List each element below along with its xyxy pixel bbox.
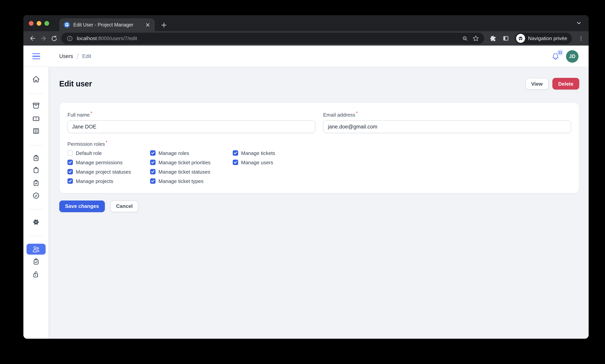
cancel-button[interactable]: Cancel (110, 200, 138, 212)
plus-icon (161, 22, 167, 28)
forward-button[interactable] (38, 33, 49, 44)
clipboard-icon (32, 166, 40, 174)
permission-roles-grid: Default role Manage permissions Manage p… (68, 150, 315, 184)
checkbox[interactable] (150, 150, 155, 156)
required-marker: * (356, 111, 358, 115)
minimize-window-button[interactable] (37, 21, 41, 26)
ticket-icon (32, 115, 40, 122)
side-panel-icon (502, 35, 509, 42)
checkbox-option[interactable]: Manage roles (150, 150, 233, 156)
sidebar-item-roles[interactable] (23, 258, 48, 265)
incognito-icon (516, 34, 525, 43)
sidebar-item-settings[interactable] (23, 218, 48, 226)
tab-search-button[interactable] (575, 19, 583, 27)
email-input[interactable] (323, 120, 571, 133)
bookmark-button[interactable] (472, 34, 480, 42)
sidebar-item-permissions[interactable] (23, 271, 48, 278)
form-actions: Save changes Cancel (59, 200, 579, 212)
sidebar-item-board[interactable] (23, 127, 48, 135)
full-name-input[interactable] (68, 120, 315, 133)
browser-tab[interactable]: Edit User - Project Manager (59, 18, 155, 31)
checkbox[interactable] (233, 150, 238, 156)
home-icon (32, 76, 40, 83)
reload-button[interactable] (49, 33, 60, 44)
kebab-menu-icon (578, 35, 584, 41)
new-tab-button[interactable] (159, 20, 168, 30)
incognito-label: Navigation privée (528, 35, 567, 41)
sidebar-item-project-statuses[interactable] (23, 154, 48, 162)
star-icon (472, 35, 479, 42)
tab-favicon-icon (64, 21, 70, 28)
incognito-badge: Navigation privée (515, 33, 572, 44)
checkbox[interactable] (233, 160, 238, 165)
close-window-button[interactable] (29, 21, 34, 26)
zoom-window-button[interactable] (44, 21, 49, 26)
checkbox-option[interactable]: Manage ticket statuses (150, 169, 233, 175)
page-title: Edit user (59, 79, 92, 88)
browser-window: Edit User - Project Manager (23, 15, 589, 339)
check-icon (234, 160, 237, 164)
delete-button[interactable]: Delete (552, 78, 579, 90)
page-info-icon[interactable] (66, 34, 74, 42)
check-icon (68, 179, 72, 183)
check-icon (151, 170, 155, 174)
checkbox[interactable] (68, 150, 73, 156)
browser-menu-button[interactable] (577, 34, 585, 42)
checkbox-option[interactable]: Manage users (233, 159, 315, 165)
check-icon (68, 170, 72, 174)
traffic-lights (29, 15, 49, 31)
sidebar-divider (28, 209, 44, 209)
save-changes-button[interactable]: Save changes (59, 200, 105, 212)
checkbox-option[interactable]: Manage ticket priorities (150, 159, 233, 165)
page-header: Edit user View Delete (59, 78, 579, 90)
checkbox-option[interactable]: Manage tickets (233, 150, 315, 156)
sidebar-item-archive[interactable] (23, 102, 48, 109)
zoom-out-icon (462, 35, 468, 41)
puzzle-icon (490, 35, 496, 42)
check-icon (151, 179, 155, 183)
lock-open-icon (32, 271, 40, 278)
sidebar-item-ticket-statuses[interactable] (23, 179, 48, 186)
zoom-out-button[interactable] (461, 34, 469, 42)
app-viewport: Users Edit 11 JD (23, 46, 589, 339)
breadcrumb-users-link[interactable]: Users (59, 53, 73, 59)
notifications-button[interactable]: 11 (551, 52, 559, 60)
side-panel-button[interactable] (502, 34, 510, 42)
checkbox[interactable] (68, 160, 73, 165)
checkbox-option[interactable]: Manage projects (68, 178, 150, 184)
clipboard-check-icon (32, 258, 40, 265)
sidebar-item-users-active[interactable] (27, 244, 46, 255)
sidebar-item-home[interactable] (23, 76, 48, 83)
checkbox[interactable] (68, 179, 73, 184)
sidebar-toggle-button[interactable] (23, 46, 49, 67)
checkbox[interactable] (150, 179, 155, 184)
checkbox-option[interactable]: Manage ticket types (150, 178, 233, 184)
checkbox-option[interactable]: Default role (68, 150, 150, 156)
view-columns-icon (32, 127, 40, 135)
sidebar-item-projects[interactable] (23, 166, 48, 174)
avatar[interactable]: JD (566, 50, 578, 63)
back-button[interactable] (27, 33, 38, 44)
sidebar (23, 67, 49, 339)
breadcrumb-separator (76, 53, 79, 60)
checkbox[interactable] (68, 169, 73, 174)
tab-strip: Edit User - Project Manager (23, 15, 589, 31)
checkbox[interactable] (150, 160, 155, 165)
permission-roles-label: Permission roles* (68, 140, 315, 147)
checkbox-option[interactable]: Manage permissions (68, 159, 150, 165)
chevron-down-icon (576, 20, 582, 26)
address-bar[interactable]: localhost:8000/users/7/edit (61, 33, 484, 44)
url-host: localhost (77, 35, 97, 41)
view-button[interactable]: View (525, 78, 549, 90)
url-text[interactable]: localhost:8000/users/7/edit (77, 35, 458, 41)
browser-toolbar: localhost:8000/users/7/edit (23, 31, 589, 46)
sidebar-item-ticket-types[interactable] (23, 192, 48, 199)
extensions-button[interactable] (489, 34, 497, 42)
checkbox[interactable] (150, 169, 155, 174)
sidebar-item-tickets[interactable] (23, 115, 48, 122)
screen: Edit User - Project Manager (0, 0, 605, 364)
reload-icon (51, 35, 58, 42)
tab-close-icon[interactable] (145, 22, 151, 28)
topbar-actions: 11 JD (551, 46, 578, 67)
checkbox-option[interactable]: Manage project statuses (68, 169, 150, 175)
